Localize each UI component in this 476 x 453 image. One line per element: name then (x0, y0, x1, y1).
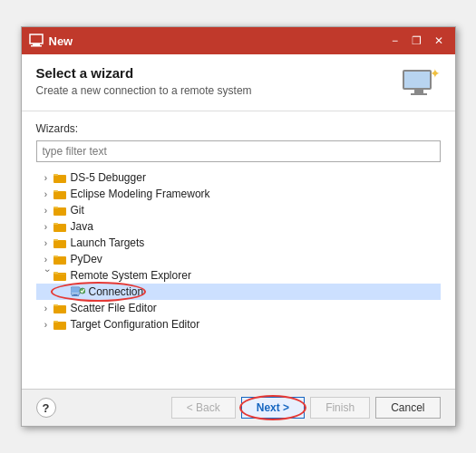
wizards-label: Wizards: (36, 122, 441, 135)
svg-rect-12 (53, 240, 66, 248)
collapse-arrow-icon: › (40, 318, 53, 331)
folder-icon (53, 253, 67, 265)
svg-rect-0 (30, 34, 43, 43)
collapse-arrow-icon: › (40, 253, 53, 265)
filter-input[interactable] (36, 140, 441, 162)
connection-icon (71, 285, 85, 298)
svg-rect-1 (33, 43, 40, 45)
dialog-subtitle: Create a new connection to a remote syst… (36, 84, 252, 97)
svg-rect-5 (53, 174, 58, 176)
footer-buttons: < Back Next > Finish Cancel (171, 397, 441, 419)
list-item[interactable]: › Remote System Explorer (36, 267, 441, 284)
sparkle-icon: ✦ (430, 66, 441, 81)
dialog-header: Select a wizard Create a new connection … (22, 54, 455, 111)
minimize-button[interactable]: − (386, 32, 404, 50)
item-label: Target Configuration Editor (71, 318, 437, 331)
list-item[interactable]: › Eclipse Modeling Framework (36, 186, 441, 202)
help-button[interactable]: ? (36, 398, 56, 418)
list-item[interactable]: › Scatter File Editor (36, 300, 441, 316)
item-label: Java (71, 220, 437, 233)
collapse-arrow-icon: › (40, 188, 53, 200)
svg-rect-27 (53, 321, 58, 323)
next-button[interactable]: Next > (241, 397, 305, 419)
back-button[interactable]: < Back (171, 397, 236, 419)
expand-arrow-icon: › (40, 269, 53, 282)
monitor-base-icon (411, 93, 427, 95)
tree-container: › DS-5 Debugger › (36, 169, 441, 378)
folder-icon (53, 236, 67, 249)
list-item[interactable]: › Launch Targets (36, 235, 441, 251)
collapse-arrow-icon: › (40, 236, 53, 249)
tree-list[interactable]: › DS-5 Debugger › (36, 169, 441, 378)
svg-rect-10 (53, 224, 66, 232)
connection-item[interactable]: Connection (36, 284, 441, 300)
item-label: Git (71, 204, 437, 217)
header-image: ✦ (397, 65, 441, 101)
item-label: Connection (89, 285, 437, 298)
collapse-arrow-icon: › (40, 220, 53, 233)
svg-rect-17 (53, 272, 58, 274)
list-item[interactable]: › PyDev (36, 251, 441, 267)
folder-open-icon (53, 269, 67, 282)
finish-button[interactable]: Finish (310, 397, 370, 419)
title-bar-title: New (49, 34, 386, 48)
footer-left: ? (36, 398, 56, 418)
title-bar: New − ❐ ✕ (22, 27, 455, 54)
svg-rect-26 (53, 322, 66, 330)
folder-icon (53, 220, 67, 233)
svg-rect-18 (54, 274, 65, 275)
svg-rect-20 (72, 288, 79, 293)
svg-rect-15 (53, 255, 58, 257)
svg-rect-11 (53, 223, 58, 225)
close-button[interactable]: ✕ (430, 32, 448, 50)
item-label: Scatter File Editor (71, 302, 437, 314)
dialog-footer: ? < Back Next > Finish Cancel (22, 389, 455, 426)
folder-icon (53, 204, 67, 217)
svg-rect-2 (31, 45, 42, 47)
collapse-arrow-icon: › (40, 302, 53, 314)
title-bar-controls: − ❐ ✕ (386, 32, 448, 50)
title-bar-icon (29, 34, 44, 48)
cancel-button[interactable]: Cancel (375, 397, 440, 419)
list-item[interactable]: › Target Configuration Editor (36, 316, 441, 333)
folder-icon (53, 188, 67, 200)
svg-rect-24 (53, 305, 66, 313)
svg-rect-22 (72, 295, 79, 296)
svg-rect-6 (53, 191, 66, 199)
item-label: PyDev (71, 253, 437, 265)
svg-rect-14 (53, 256, 66, 265)
dialog-body: Wizards: › DS-5 Debugger (22, 111, 455, 389)
dialog-title: Select a wizard (36, 65, 252, 81)
restore-button[interactable]: ❐ (408, 32, 426, 50)
svg-rect-21 (73, 294, 77, 295)
item-label: Launch Targets (71, 236, 437, 249)
svg-rect-25 (53, 304, 58, 306)
dialog-window: New − ❐ ✕ Select a wizard Create a new c… (21, 26, 456, 427)
item-label: DS-5 Debugger (71, 171, 437, 184)
list-item[interactable]: › Java (36, 218, 441, 235)
svg-rect-9 (53, 207, 58, 208)
spacer (58, 285, 71, 298)
svg-rect-13 (53, 239, 58, 241)
folder-icon (53, 318, 67, 331)
item-label: Eclipse Modeling Framework (71, 188, 437, 200)
svg-rect-8 (53, 207, 66, 216)
collapse-arrow-icon: › (40, 204, 53, 217)
monitor-screen-icon (403, 70, 432, 90)
list-item[interactable]: › Git (36, 202, 441, 218)
list-item[interactable]: › DS-5 Debugger (36, 169, 441, 186)
item-label: Remote System Explorer (71, 269, 437, 282)
folder-icon (53, 171, 67, 184)
svg-rect-7 (53, 190, 58, 192)
header-text: Select a wizard Create a new connection … (36, 65, 252, 97)
collapse-arrow-icon: › (40, 171, 53, 184)
folder-icon (53, 302, 67, 314)
